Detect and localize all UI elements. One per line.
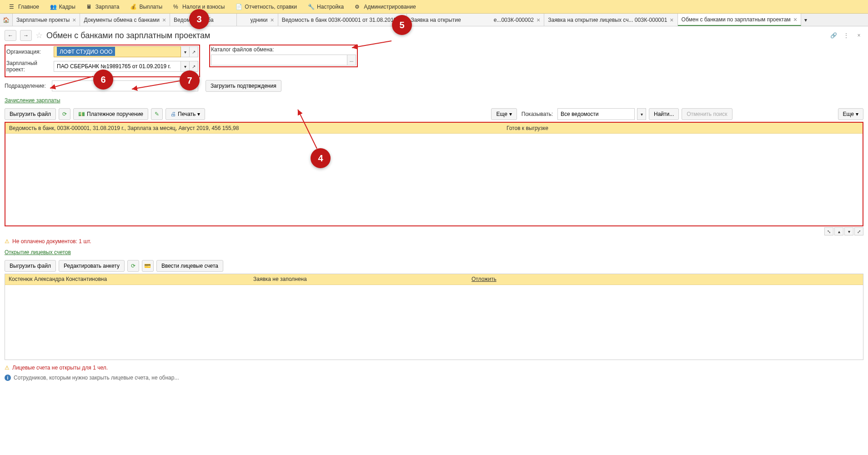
more-vertical-icon[interactable]: ⋮ <box>842 31 851 40</box>
gear-icon: ⚙ <box>355 4 361 10</box>
tab-employees[interactable]: удники × <box>237 14 278 26</box>
cancel-search-button[interactable]: Отменить поиск <box>682 108 732 120</box>
refresh-button[interactable]: ⟳ <box>59 108 70 120</box>
down-icon[interactable]: ▾ <box>844 227 853 235</box>
dropdown-button[interactable]: ▾ <box>637 108 646 120</box>
calculator-icon: 🖩 <box>86 4 93 10</box>
printer-icon: 🖨 <box>171 111 176 117</box>
export-file-button[interactable]: Выгрузить файл <box>5 108 56 120</box>
close-icon[interactable]: × <box>271 16 274 24</box>
export-file-button-2[interactable]: Выгрузить файл <box>5 260 56 272</box>
more-button[interactable]: Еще▾ <box>491 108 517 120</box>
table-row[interactable]: Костенюк Александра Константиновна Заявк… <box>5 274 863 285</box>
close-icon[interactable]: × <box>793 16 797 23</box>
refresh-icon: ⟳ <box>62 111 67 117</box>
warning-no-accounts: ⚠ Лицевые счета не открыты для 1 чел. <box>0 363 868 373</box>
tab-label: Заявка на открытие лицевых сч... 00ЗК-00… <box>548 17 667 23</box>
close-icon[interactable]: × <box>670 16 673 24</box>
close-icon[interactable]: × <box>162 16 166 24</box>
people-icon: 👥 <box>50 4 56 10</box>
document-icon: 📄 <box>236 4 242 10</box>
org-input[interactable]: ЛОФТ СТУДИО ООО <box>54 46 181 57</box>
menu-payments[interactable]: 💰 Выплаты <box>125 0 168 13</box>
tab-bar: 🏠 Зарплатные проекты × Документы обмена … <box>0 14 868 26</box>
dropdown-button[interactable]: ▾ <box>181 46 190 57</box>
table-row[interactable]: Ведомость в банк, 00ЗК-000001, 31.08.201… <box>5 123 863 134</box>
chevron-down-icon: ▾ <box>509 111 512 117</box>
card-button[interactable]: 💳 <box>142 260 154 272</box>
back-button[interactable]: ← <box>5 30 16 41</box>
tab-vedomost-1[interactable]: Ведомость в банк 00ЗК-000001 от 31.08.20… <box>278 14 407 26</box>
menu-main-label: Главное <box>18 4 39 10</box>
collapse-all-icon[interactable]: ⤡ <box>824 227 833 235</box>
show-select[interactable] <box>557 108 635 120</box>
open-accounts-link[interactable]: Открытие лицевых счетов <box>5 249 71 255</box>
menu-taxes-label: Налоги и взносы <box>182 4 225 10</box>
print-button[interactable]: 🖨Печать▾ <box>166 108 205 120</box>
tab-request-2[interactable]: Заявка на открытие е...00ЗК-000002 × <box>407 14 544 26</box>
card-icon: 💳 <box>144 263 151 269</box>
more-button-2[interactable]: Еще▾ <box>838 108 863 120</box>
annotation-marker-4: 4 <box>311 148 331 168</box>
tab-bank-exchange[interactable]: Обмен с банками по зарплатным проектам × <box>678 14 802 26</box>
home-icon: 🏠 <box>3 17 10 23</box>
open-button[interactable]: ↗ <box>189 46 198 57</box>
row-status: Готов к выгрузке <box>507 125 625 131</box>
find-button[interactable]: Найти... <box>649 108 679 120</box>
expand-all-icon[interactable]: ⤢ <box>854 227 863 235</box>
salary-credit-link[interactable]: Зачисление зарплаты <box>5 97 60 104</box>
toolbar-accounts: Выгрузить файл Редактировать анкету ⟳ 💳 … <box>5 258 863 274</box>
browse-button[interactable]: ... <box>347 55 356 65</box>
payment-order-button[interactable]: 💵Платежное поручение <box>73 108 148 120</box>
menu-reports[interactable]: 📄 Отчетность, справки <box>230 0 302 13</box>
close-icon[interactable]: × <box>72 16 76 24</box>
btn-label: Загрузить подтверждения <box>211 83 276 89</box>
btn-label: Еще <box>496 111 507 117</box>
menu-salary[interactable]: 🖩 Зарплата <box>81 0 125 13</box>
warning-unpaid: ⚠ Не оплачено документов: 1 шт. <box>0 236 868 246</box>
postpone-link[interactable]: Отложить <box>472 276 497 282</box>
tab-salary-projects[interactable]: Зарплатные проекты × <box>13 14 80 26</box>
home-button[interactable]: 🏠 <box>0 14 13 26</box>
btn-label: Еще <box>843 111 854 117</box>
up-icon[interactable]: ▴ <box>834 227 843 235</box>
tab-request-1[interactable]: Заявка на открытие лицевых сч... 00ЗК-00… <box>544 14 677 26</box>
menu-personnel[interactable]: 👥 Кадры <box>45 0 81 13</box>
tab-exchange-docs[interactable]: Документы обмена с банками × <box>80 14 170 26</box>
menu-admin-label: Администрирование <box>364 4 416 10</box>
chevron-down-icon: ▾ <box>856 111 858 117</box>
show-label: Показывать: <box>522 111 553 117</box>
tab-list-dropdown[interactable]: ▾ <box>801 17 810 23</box>
toolbar-vedomosti: Выгрузить файл ⟳ 💵Платежное поручение ✎ … <box>5 106 863 122</box>
menu-main[interactable]: ☰ Главное <box>4 0 45 13</box>
page-title: Обмен с банками по зарплатным проектам <box>46 31 210 40</box>
vedomosti-table: Ведомость в банк, 00ЗК-000001, 31.08.201… <box>5 122 863 226</box>
edit-form-button[interactable]: Редактировать анкету <box>59 260 125 272</box>
load-confirmations-button[interactable]: Загрузить подтверждения <box>206 80 281 92</box>
favorite-star-icon[interactable]: ☆ <box>35 30 43 40</box>
tab-label: удники <box>251 17 268 23</box>
arrow-left-icon: ← <box>8 32 13 39</box>
forward-button[interactable]: → <box>20 30 32 41</box>
row-description: Ведомость в банк, 00ЗК-000001, 31.08.201… <box>9 125 507 131</box>
menu-admin[interactable]: ⚙ Администрирование <box>349 0 421 13</box>
hamburger-icon: ☰ <box>9 4 15 10</box>
close-icon[interactable]: × <box>537 16 540 24</box>
menu-salary-label: Зарплата <box>95 4 120 10</box>
menu-settings[interactable]: 🔧 Настройка <box>302 0 349 13</box>
warning-text: Не оплачено документов: 1 шт. <box>12 238 91 245</box>
catalog-input[interactable] <box>211 55 347 65</box>
refresh-button-2[interactable]: ⟳ <box>127 260 139 272</box>
tab-label: Заявка на открытие <box>411 17 461 23</box>
link-icon[interactable]: 🔗 <box>829 31 838 40</box>
enter-accounts-button[interactable]: Ввести лицевые счета <box>156 260 223 272</box>
project-input[interactable] <box>54 61 181 72</box>
money-icon: 💵 <box>78 111 85 117</box>
close-icon[interactable]: × <box>854 31 863 40</box>
money-icon: 💰 <box>130 4 136 10</box>
btn-label: Отменить поиск <box>687 111 727 117</box>
btn-label: Выгрузить файл <box>10 111 51 117</box>
edit-button[interactable]: ✎ <box>151 108 163 120</box>
division-input[interactable] <box>52 80 198 91</box>
pencil-icon: ✎ <box>155 111 159 117</box>
